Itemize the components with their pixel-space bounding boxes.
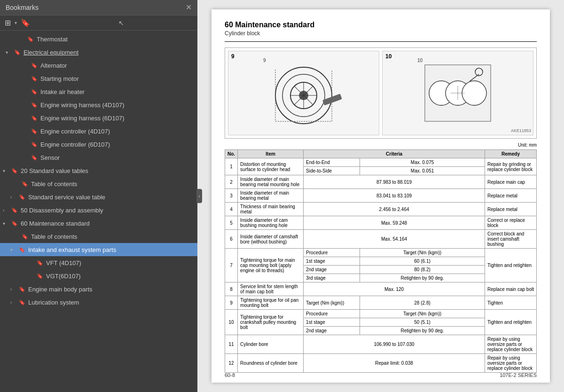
- tree-item-intake-exhaust[interactable]: ▾🔖Intake and exhaust system parts: [0, 243, 197, 256]
- page-divider: [225, 41, 537, 42]
- tree-item-engine-controller-6d107[interactable]: 🔖Engine controller (6D107): [0, 138, 197, 151]
- bookmark-marker-icon: 🔖: [19, 194, 25, 200]
- tree-item-label: Engine wiring harness (4D107): [40, 102, 124, 109]
- tree-item-standard-service[interactable]: ›🔖Standard service value table: [0, 190, 197, 204]
- toggle-icon: ▾: [10, 247, 17, 252]
- document-viewer[interactable]: 60 Maintenance standard Cylinder block 9: [197, 0, 564, 392]
- list-view-icon[interactable]: ⊞: [5, 18, 11, 27]
- diagram-container: 9 9: [225, 47, 537, 139]
- cell-criteria-value: 28 (2.8): [360, 296, 485, 310]
- tree-item-sensor[interactable]: 🔖Sensor: [0, 151, 197, 164]
- tree-item-label: 20 Standard value tables: [21, 167, 88, 174]
- bookmark-marker-icon: 🔖: [19, 286, 25, 292]
- tree-item-label: Sensor: [40, 154, 60, 161]
- cell-criteria-value: 106.990 to 107.030: [304, 335, 485, 354]
- cell-criteria-value: Target (Nm (kgm)): [360, 249, 485, 257]
- bookmark-marker-icon: 🔖: [31, 102, 38, 108]
- table-row: 7Tightening torque for main cap mounting…: [225, 249, 537, 257]
- cell-remedy: Repair by using oversize parts or replac…: [485, 335, 537, 354]
- tree-item-engine-wiring-4d107[interactable]: 🔖Engine wiring harness (4D107): [0, 98, 197, 111]
- bookmark-marker-icon: 🔖: [31, 155, 38, 161]
- cell-item: Distortion of mounting surface to cylind…: [238, 158, 304, 175]
- page-main-title: 60 Maintenance standard: [225, 21, 537, 29]
- tree-item-label: Intake and exhaust system parts: [28, 246, 116, 253]
- bookmarks-title: Bookmarks: [6, 4, 39, 11]
- tree-item-electrical-equipment[interactable]: ▾🔖Electrical equipment: [0, 46, 197, 59]
- cell-no: 5: [225, 216, 238, 230]
- cursor-icon: ↖: [118, 19, 124, 27]
- tree-item-engine-controller-4d107[interactable]: 🔖Engine controller (4D107): [0, 125, 197, 138]
- cell-criteria-label: Procedure: [304, 249, 360, 257]
- page-content: 60 Maintenance standard Cylinder block 9: [212, 9, 550, 383]
- svg-point-13: [462, 81, 486, 105]
- table-row: 1Distortion of mounting surface to cylin…: [225, 158, 537, 167]
- tree-item-engine-main-body[interactable]: ›🔖Engine main body parts: [0, 282, 197, 296]
- tree-item-intake-air-heater[interactable]: 🔖Intake air heater: [0, 85, 197, 98]
- cell-criteria-value: 60 (6.1): [360, 257, 485, 266]
- cell-item: Thickness of main bearing metal: [238, 203, 304, 216]
- bookmarks-header: Bookmarks ✕: [0, 0, 197, 16]
- cell-criteria-value: 83.041 to 83.109: [304, 189, 485, 203]
- cell-criteria-value: Retighten by 90 deg.: [360, 274, 485, 282]
- tree-item-toc-20[interactable]: 🔖Table of contents: [0, 177, 197, 190]
- bookmark-marker-icon: 🔖: [11, 168, 18, 174]
- bookmark-marker-icon: 🔖: [14, 49, 21, 55]
- bookmark-marker-icon: 🔖: [11, 220, 18, 227]
- cell-criteria-value: Max. 54.164: [304, 230, 485, 249]
- bookmarks-panel: Bookmarks ✕ ⊞ ▾ 🔖 ↖ 🔖Thermostat▾🔖Electri…: [0, 0, 197, 392]
- cell-no: 8: [225, 282, 238, 296]
- toggle-icon: ›: [3, 208, 9, 213]
- diagram-num-left: 9: [231, 53, 235, 60]
- engine-diagram-left: 9: [236, 55, 371, 131]
- tree-item-thermostat[interactable]: 🔖Thermostat: [0, 32, 197, 46]
- tree-item-vgt-6d107[interactable]: 🔖VGT(6D107): [0, 269, 197, 282]
- cell-remedy: Tighten and retighten: [485, 310, 537, 335]
- table-row: 10Tightening torque for crankshaft pulle…: [225, 310, 537, 318]
- close-button[interactable]: ✕: [186, 4, 192, 11]
- cell-remedy: Replace main cap bolt: [485, 282, 537, 296]
- bookmark-marker-icon: 🔖: [31, 141, 38, 148]
- tree-item-label: Intake air heater: [40, 88, 85, 95]
- cell-criteria-label: 2nd stage: [304, 327, 360, 335]
- cell-criteria-label: Procedure: [304, 310, 360, 318]
- tree-item-disassembly[interactable]: ›🔖50 Disassembly and assembly: [0, 204, 197, 217]
- tree-item-alternator[interactable]: 🔖Alternator: [0, 59, 197, 72]
- cell-remedy: Tighten and retighten: [485, 249, 537, 282]
- bookmark-marker-icon: 🔖: [37, 260, 43, 266]
- cell-criteria-label: End-to-End: [304, 158, 360, 167]
- dropdown-arrow-icon[interactable]: ▾: [15, 20, 17, 25]
- tree-item-label: 50 Disassembly and assembly: [21, 207, 103, 214]
- toggle-icon: ›: [10, 195, 17, 200]
- cell-criteria-value: 80 (8.2): [360, 266, 485, 274]
- cell-no: 7: [225, 249, 238, 282]
- cell-item: Inside diameter of camshaft bore (withou…: [238, 230, 304, 249]
- page-footer: 60-8 107E-2 SERIES: [225, 372, 537, 378]
- cell-item: Inside diameter of main bearing metal: [238, 189, 304, 203]
- tree-item-label: Thermostat: [37, 36, 68, 43]
- bookmark-icon[interactable]: 🔖: [21, 18, 30, 27]
- tree-item-lubrication[interactable]: ›🔖Lubrication system: [0, 296, 197, 309]
- toggle-icon: ▾: [3, 221, 9, 226]
- cell-no: 1: [225, 158, 238, 175]
- tree-item-starting-motor[interactable]: 🔖Starting motor: [0, 72, 197, 85]
- tree-item-maintenance-standard[interactable]: ▾🔖60 Maintenance standard: [0, 217, 197, 230]
- col-item: Item: [238, 150, 304, 158]
- cell-criteria-label: 1st stage: [304, 318, 360, 327]
- unit-label: Unit: mm: [225, 142, 537, 148]
- cell-item: Service limit for stem length of main ca…: [238, 282, 304, 296]
- tree-item-label: VFT (4D107): [46, 259, 81, 267]
- tree-item-toc-60[interactable]: 🔖Table of contents: [0, 230, 197, 243]
- cell-criteria-value: Target (Nm (kgm)): [360, 310, 485, 318]
- cell-criteria-label: 2nd stage: [304, 266, 360, 274]
- collapse-handle[interactable]: ‹: [196, 189, 202, 203]
- tree-item-standard-value-tables[interactable]: ▾🔖20 Standard value tables: [0, 164, 197, 177]
- cell-no: 9: [225, 296, 238, 310]
- tree-item-engine-wiring-6d107[interactable]: 🔖Engine wiring harness (6D107): [0, 111, 197, 125]
- table-row: 2Inside diameter of main bearing metal m…: [225, 175, 537, 189]
- tree-item-label: Alternator: [40, 62, 67, 69]
- col-no: No.: [225, 150, 238, 158]
- bookmark-marker-icon: 🔖: [31, 63, 38, 69]
- tree-item-vft-4d107[interactable]: 🔖VFT (4D107): [0, 256, 197, 269]
- cell-item: Cylinder bore: [238, 335, 304, 354]
- tree-item-label: Engine wiring harness (6D107): [40, 115, 124, 122]
